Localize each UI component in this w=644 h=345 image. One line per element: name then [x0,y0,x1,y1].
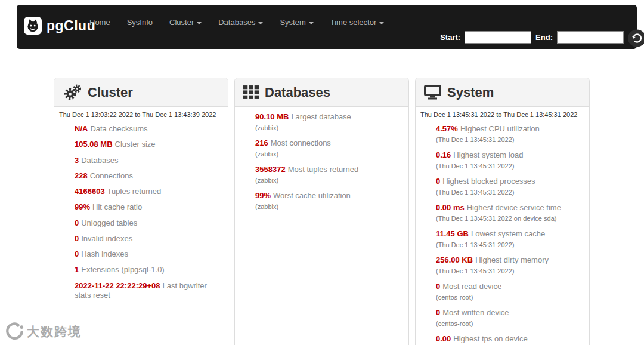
watermark-logo-icon [5,321,24,343]
stat-value: 0 [436,308,440,317]
chevron-down-icon [197,22,202,24]
stat-item: 3Databases [75,156,224,165]
menu-item-home[interactable]: Home [89,18,110,27]
stat-label: Largest database [291,112,351,121]
stat-item: N/AData checksums [75,124,224,134]
stat-value: 4166603 [75,187,105,196]
stat-label: Invalid indexes [81,234,132,243]
stat-value: 4.57% [436,124,458,133]
watermark: 大数跨境 [5,321,82,343]
stat-item: 99%Hit cache ratio [75,202,224,212]
stat-value: 11.45 GB [436,229,469,238]
stat-label: Highest blocked processes [442,177,535,186]
stat-label: Lowest system cache [471,229,545,238]
stat-label: Data checksums [90,124,147,133]
start-label: Start: [440,33,460,42]
system-panel-header: System [416,78,589,107]
start-input[interactable] [465,31,531,44]
cluster-panel: Cluster Thu Dec 1 13:03:22 2022 to Thu D… [54,78,228,345]
stat-sub: (Thu Dec 1 13:45:31 2022) [436,267,581,276]
stat-item: 0Invalid indexes [75,234,224,244]
menu-item-time-selector[interactable]: Time selector [330,18,385,27]
menu-item-label: Cluster [169,18,194,27]
stat-sub: (zabbix) [255,203,400,211]
stat-label: Most tuples returned [288,165,359,174]
watermark-text: 大数跨境 [27,324,82,340]
pgcluu-logo-icon [24,17,42,35]
stat-label: Highest dirty memory [475,255,549,264]
panel-title: System [447,85,494,100]
cluster-panel-body: Thu Dec 1 13:03:22 2022 to Thu Dec 1 13:… [54,107,228,312]
stat-label: Worst cache utilization [273,191,351,200]
stat-value: 2022-11-22 22:22:29+08 [75,281,160,290]
stat-value: 99% [255,191,271,200]
stat-value: 3558372 [255,165,286,174]
databases-panel-body: 90.10 MBLargest database(zabbix)216Most … [235,107,408,223]
report-period: Thu Dec 1 13:45:31 2022 to Thu Dec 1 13:… [420,111,586,118]
main-menu: Home SysInfo Cluster Databases System Ti… [89,18,384,27]
stat-value: 0 [75,249,79,258]
cogs-icon [63,84,82,101]
databases-panel-header: Databases [235,78,408,107]
brand-text: pgCluu [47,18,95,34]
stat-value: 0 [75,234,79,243]
stat-item: 0Hash indexes [75,249,224,259]
stat-label: Databases [81,156,118,165]
summary-panels: Cluster Thu Dec 1 13:03:22 2022 to Thu D… [54,78,590,345]
stat-value: 256.00 KB [436,255,473,264]
stat-sub: (zabbix) [255,124,400,133]
stat-item: 0Unlogged tables [75,218,224,228]
menu-item-sysinfo[interactable]: SysInfo [127,18,153,27]
stat-value: 0.16 [436,150,451,159]
refresh-icon[interactable] [627,29,644,50]
chevron-down-icon [258,22,263,24]
menu-item-databases[interactable]: Databases [218,18,263,27]
stat-sub: (zabbix) [255,150,400,159]
stat-label: Connections [90,171,133,180]
stat-item: 0Most written device(centos-root) [436,308,586,328]
menu-item-system[interactable]: System [280,18,313,27]
system-stats-list: 4.57%Highest CPU utilization(Thu Dec 1 1… [436,123,586,344]
stat-value: 3 [75,156,79,165]
chevron-down-icon [309,22,314,24]
menu-item-label: System [280,18,305,27]
stat-label: Most written device [442,308,509,317]
menu-item-cluster[interactable]: Cluster [169,18,202,27]
stat-item: 0.16Highest system load(Thu Dec 1 13:45:… [436,150,586,171]
cluster-stats-list: N/AData checksums105.08 MBCluster size3D… [75,123,224,300]
databases-panel: Databases 90.10 MBLargest database(zabbi… [234,78,409,345]
stat-item: 2022-11-22 22:22:29+08Last bgwriter stat… [75,281,224,301]
stat-item: 4166603Tuples returned [75,187,224,196]
stat-item: 256.00 KBHighest dirty memory(Thu Dec 1 … [436,255,586,276]
cluster-panel-header: Cluster [54,78,228,107]
stat-item: 90.10 MBLargest database(zabbix) [255,112,405,133]
stat-item: 0.00Highest tps on device [436,334,586,344]
stat-sub: (Thu Dec 1 13:45:31 2022) [436,189,581,197]
stat-item: 105.08 MBCluster size [75,140,224,149]
stat-label: Hash indexes [81,249,128,258]
menu-item-label: Home [89,18,110,27]
stat-label: Most connections [271,138,331,147]
chevron-down-icon [379,22,384,24]
brand-link[interactable]: pgCluu [24,17,95,35]
stat-value: 90.10 MB [255,112,289,121]
stat-label: Highest device service time [467,203,561,212]
system-panel: System Thu Dec 1 13:45:31 2022 to Thu De… [415,78,590,345]
stat-sub: (centos-root) [436,320,581,328]
databases-stats-list: 90.10 MBLargest database(zabbix)216Most … [255,111,405,211]
stat-value: 216 [255,138,268,147]
stat-sub: (Thu Dec 1 13:45:31 2022 on device sda) [436,215,581,223]
time-range-form: Start: End: [440,31,624,44]
stat-item: 1Extensions (plpgsql-1.0) [75,265,224,275]
stat-label: Highest tps on device [453,334,527,343]
stat-item: 0Most read device(centos-root) [436,282,586,302]
stat-label: Hit cache ratio [92,202,142,211]
stat-item: 3558372Most tuples returned(zabbix) [255,165,405,185]
stat-value: 99% [75,202,90,211]
stat-item: 99%Worst cache utilization(zabbix) [255,191,405,211]
stat-sub: (Thu Dec 1 13:45:31 2022) [436,241,581,249]
panel-title: Databases [265,85,330,100]
end-input[interactable] [557,31,624,44]
stat-value: 1 [75,265,79,274]
grid-icon [243,85,259,99]
